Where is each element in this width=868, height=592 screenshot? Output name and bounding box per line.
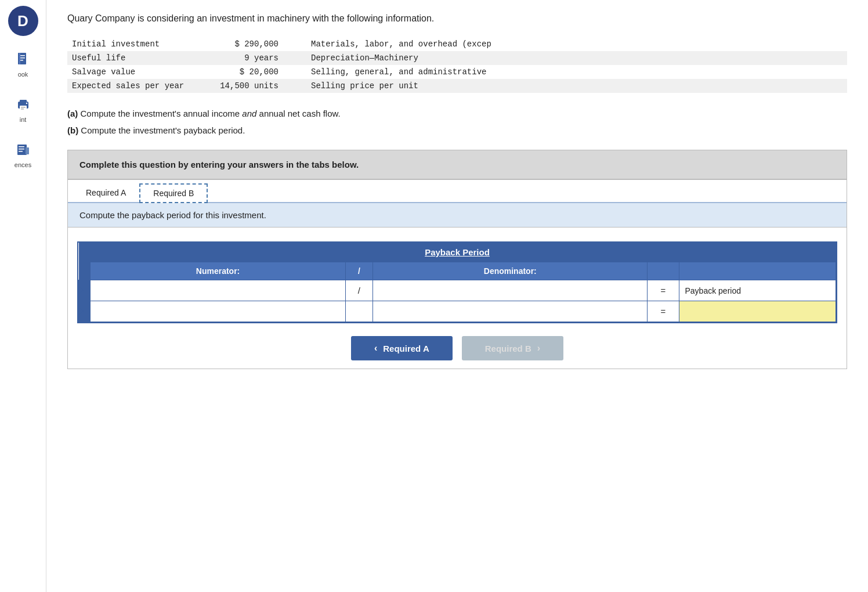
- payback-data-row-1: / = Payback period: [79, 280, 836, 301]
- tab-required-a[interactable]: Required A: [73, 183, 139, 202]
- result-header-cell: [679, 262, 836, 280]
- questions: (a) Compute the investment's annual inco…: [67, 106, 847, 138]
- sidebar: D ook: [0, 0, 46, 592]
- prev-chevron-icon: ‹: [374, 343, 377, 353]
- info-right-label: Depreciation—Machinery: [288, 51, 847, 65]
- svg-rect-1: [19, 53, 20, 64]
- svg-rect-8: [21, 107, 26, 108]
- svg-rect-13: [19, 149, 24, 150]
- sidebar-book-label: ook: [18, 71, 28, 78]
- sidebar-item-references[interactable]: ences: [12, 137, 35, 172]
- info-value: 14,500 units: [195, 79, 288, 93]
- svg-rect-11: [17, 145, 27, 155]
- book-icon: [14, 50, 32, 68]
- sidebar-references-label: ences: [15, 161, 31, 168]
- print-icon: [14, 95, 32, 114]
- prev-button[interactable]: ‹ Required A: [351, 336, 453, 360]
- next-button-label: Required B: [485, 344, 531, 353]
- svg-rect-3: [20, 57, 25, 59]
- tab-required-b-label: Required B: [153, 189, 194, 198]
- denominator-input-1[interactable]: [373, 280, 647, 301]
- info-right-label: Materials, labor, and overhead (excep: [288, 37, 847, 51]
- info-label: Useful life: [67, 51, 195, 65]
- payback-section: Payback Period Numerator: /: [68, 228, 847, 369]
- arrow-header-cell: [79, 262, 91, 280]
- svg-rect-14: [19, 151, 23, 152]
- payback-subheader-row: Numerator: / Denominator:: [79, 262, 836, 280]
- denominator-input-2[interactable]: [373, 301, 647, 322]
- question-b-label: (b): [67, 125, 78, 135]
- info-label: Expected sales per year: [67, 79, 195, 93]
- numerator-input-2[interactable]: [91, 301, 345, 322]
- intro-text: Quary Company is considering an investme…: [67, 12, 847, 26]
- main-content: Quary Company is considering an investme…: [46, 0, 868, 592]
- question-a-label: (a): [67, 109, 78, 118]
- payback-data-row-2: =: [79, 301, 836, 322]
- svg-rect-15: [26, 147, 29, 154]
- row-arrow-icon-2: [79, 308, 84, 315]
- tabs-wrapper: Required A Required B Compute the paybac…: [67, 179, 847, 369]
- info-table: Initial investment $ 290,000 Materials, …: [67, 37, 847, 93]
- complete-box-text: Complete this question by entering your …: [79, 160, 359, 169]
- sidebar-item-print[interactable]: int: [12, 92, 35, 127]
- svg-rect-9: [21, 109, 24, 110]
- row-arrow-cell-1: [79, 280, 91, 301]
- tab-instruction: Compute the payback period for this inve…: [79, 210, 266, 220]
- app-logo: D: [8, 6, 38, 36]
- sidebar-print-label: int: [20, 116, 27, 123]
- result-label-cell-1: Payback period: [679, 280, 836, 301]
- payback-title-text: Payback Period: [425, 247, 490, 257]
- row-arrow-icon-1: [79, 287, 84, 294]
- svg-rect-2: [20, 55, 25, 56]
- payback-title: Payback Period: [79, 243, 836, 262]
- info-value: $ 290,000: [195, 37, 288, 51]
- numerator-input-cell-1[interactable]: [91, 280, 346, 301]
- denominator-input-cell-1[interactable]: [373, 280, 648, 301]
- table-row: Initial investment $ 290,000 Materials, …: [67, 37, 847, 51]
- numerator-input-cell-2[interactable]: [91, 301, 346, 322]
- prev-button-label: Required A: [383, 344, 429, 353]
- row-separator-1: /: [345, 280, 372, 301]
- denominator-header: Denominator:: [373, 262, 648, 280]
- svg-rect-12: [19, 146, 24, 147]
- next-button[interactable]: Required B ›: [462, 336, 563, 360]
- payback-table: Payback Period Numerator: /: [78, 243, 836, 322]
- tabs-row: Required A Required B: [68, 180, 847, 203]
- tab-required-b[interactable]: Required B: [139, 183, 208, 203]
- svg-rect-4: [20, 60, 23, 61]
- info-label: Initial investment: [67, 37, 195, 51]
- row-arrow-cell-2: [79, 301, 91, 322]
- svg-point-10: [26, 103, 27, 104]
- equals-cell-1: =: [648, 280, 679, 301]
- info-right-label: Selling, general, and administrative: [288, 65, 847, 79]
- row-separator-2: [345, 301, 372, 322]
- table-row: Salvage value $ 20,000 Selling, general,…: [67, 65, 847, 79]
- references-icon: [14, 140, 32, 159]
- result-label-1: Payback period: [685, 286, 742, 295]
- svg-rect-6: [20, 100, 27, 103]
- info-value: 9 years: [195, 51, 288, 65]
- numerator-input-1[interactable]: [91, 280, 345, 301]
- question-a: (a) Compute the investment's annual inco…: [67, 106, 847, 121]
- sidebar-item-book[interactable]: ook: [12, 46, 35, 81]
- tab-required-a-label: Required A: [86, 188, 126, 197]
- equals-cell-2: =: [648, 301, 679, 322]
- yellow-result-input[interactable]: [679, 301, 836, 322]
- info-label: Salvage value: [67, 65, 195, 79]
- payback-title-row: Payback Period: [79, 243, 836, 262]
- question-b: (b) Compute the investment's payback per…: [67, 122, 847, 138]
- nav-buttons: ‹ Required A Required B ›: [77, 336, 837, 360]
- next-chevron-icon: ›: [537, 343, 540, 353]
- separator-header: /: [345, 262, 372, 280]
- payback-table-wrapper: Payback Period Numerator: /: [77, 241, 837, 323]
- table-row: Useful life 9 years Depreciation—Machine…: [67, 51, 847, 65]
- numerator-header: Numerator:: [91, 262, 346, 280]
- tab-content: Compute the payback period for this inve…: [68, 203, 847, 228]
- table-row: Expected sales per year 14,500 units Sel…: [67, 79, 847, 93]
- info-right-label: Selling price per unit: [288, 79, 847, 93]
- complete-question-box: Complete this question by entering your …: [67, 150, 847, 179]
- info-value: $ 20,000: [195, 65, 288, 79]
- yellow-result-cell[interactable]: [679, 301, 836, 322]
- denominator-input-cell-2[interactable]: [373, 301, 648, 322]
- equals-header-cell: [648, 262, 679, 280]
